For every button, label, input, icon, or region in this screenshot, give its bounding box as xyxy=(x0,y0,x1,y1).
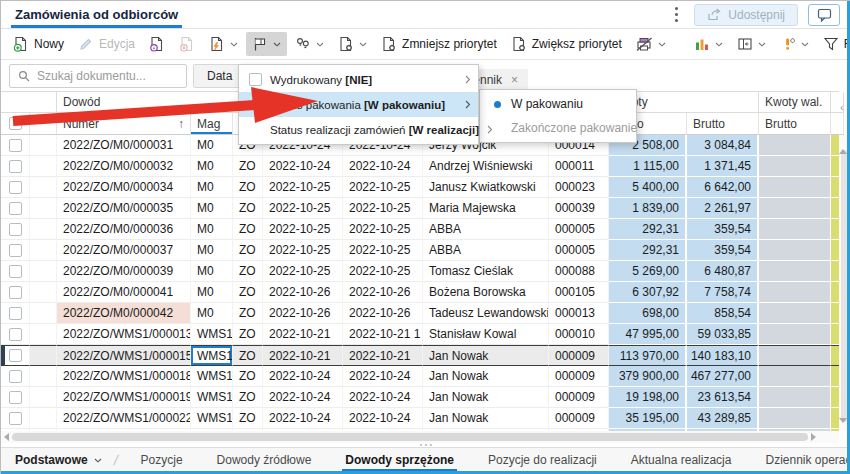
chip-close-icon[interactable]: × xyxy=(511,73,518,87)
cell-date2[interactable]: 2022-10-25 xyxy=(343,261,423,282)
cell-brutto-wal[interactable] xyxy=(759,345,831,366)
cell-numer[interactable]: 2022/ZO/M0/000031 xyxy=(57,135,191,156)
tab-podstawowe[interactable]: Podstawowe xyxy=(15,448,108,472)
table-row[interactable]: 2022/ZO/M0/000037 M0 ZO 2022-10-25 2022-… xyxy=(1,240,839,261)
row-expand-cell[interactable] xyxy=(30,282,57,303)
cell-zo[interactable]: ZO xyxy=(233,261,263,282)
cell-mag[interactable]: M0 xyxy=(191,240,233,261)
cell-numer[interactable]: 2022/ZO/M0/000037 xyxy=(57,240,191,261)
row-checkbox-cell[interactable] xyxy=(1,366,30,387)
search-input[interactable]: Szukaj dokumentu... xyxy=(9,64,187,88)
column-header-brutto[interactable]: Brutto xyxy=(687,113,759,135)
cell-brutto-wal[interactable] xyxy=(759,240,831,261)
row-expand-cell[interactable] xyxy=(30,156,57,177)
share-button[interactable]: Udostępnij xyxy=(694,4,798,26)
row-checkbox[interactable] xyxy=(9,307,22,320)
cell-brutto[interactable]: 3 084,84 xyxy=(687,135,759,156)
row-checkbox[interactable] xyxy=(9,244,22,257)
cell-date1[interactable]: 2022-10-24 xyxy=(263,408,343,429)
row-checkbox[interactable] xyxy=(9,265,22,278)
tab-pozycje-do-realizacji[interactable]: Pozycje do realizacji xyxy=(471,448,614,472)
cell-date1[interactable]: 2022-10-25 xyxy=(263,219,343,240)
column-header-brutto-wal[interactable]: Brutto xyxy=(759,113,831,135)
tab-pozycje[interactable]: Pozycje xyxy=(124,448,200,472)
cell-netto[interactable]: 35 195,00 xyxy=(609,408,687,429)
cell-contractor-code[interactable]: 000011 xyxy=(549,156,609,177)
cell-brutto-wal[interactable] xyxy=(759,156,831,177)
decrease-priority-button[interactable]: Zmniejsz priorytet xyxy=(375,32,503,56)
cell-brutto-wal[interactable] xyxy=(759,177,831,198)
menu-item-wydrukowany[interactable]: Wydrukowany [NIE] xyxy=(239,67,478,92)
cell-netto[interactable]: 5 400,00 xyxy=(609,177,687,198)
cell-brutto[interactable]: 43 289,85 xyxy=(687,408,759,429)
cell-contractor-name[interactable]: Jan Nowak xyxy=(423,366,549,387)
row-checkbox[interactable] xyxy=(9,223,22,236)
cell-zo[interactable]: ZO xyxy=(233,366,263,387)
cell-netto[interactable]: 5 269,00 xyxy=(609,261,687,282)
cell-brutto-wal[interactable] xyxy=(759,282,831,303)
document-gear-button[interactable] xyxy=(332,32,373,56)
cell-brutto[interactable]: 2 261,97 xyxy=(687,198,759,219)
cell-brutto[interactable]: 359,54 xyxy=(687,240,759,261)
row-checkbox-cell[interactable] xyxy=(1,261,30,282)
cell-numer[interactable]: 2022/ZO/M0/000035 xyxy=(57,198,191,219)
cell-mag[interactable]: M0 xyxy=(191,156,233,177)
scroll-left-icon[interactable] xyxy=(4,433,9,441)
increase-priority-button[interactable]: Zwiększ priorytet xyxy=(505,32,628,56)
row-checkbox[interactable] xyxy=(9,391,22,404)
cell-netto[interactable]: 1 839,00 xyxy=(609,198,687,219)
cell-numer[interactable]: 2022/ZO/WMS1/000015 xyxy=(57,345,191,366)
flag-filter-button[interactable] xyxy=(246,32,287,56)
scroll-right-icon[interactable] xyxy=(811,433,816,441)
filter-button[interactable]: Filtruj xyxy=(817,32,850,56)
table-row[interactable]: 2022/ZO/M0/000039 M0 ZO 2022-10-25 2022-… xyxy=(1,261,839,282)
cell-mag[interactable]: WMS1 xyxy=(191,345,233,366)
cell-zo[interactable]: ZO xyxy=(233,219,263,240)
row-expand-cell[interactable] xyxy=(30,345,57,366)
cell-zo[interactable]: ZO xyxy=(233,240,263,261)
cell-date2[interactable]: 2022-10-26 xyxy=(343,282,423,303)
row-checkbox-cell[interactable] xyxy=(1,387,30,408)
row-expand-cell[interactable] xyxy=(30,261,57,282)
cell-netto[interactable]: 292,31 xyxy=(609,240,687,261)
row-expand-cell[interactable] xyxy=(30,408,57,429)
cell-brutto[interactable]: 6 480,87 xyxy=(687,261,759,282)
row-expand-cell[interactable] xyxy=(30,366,57,387)
row-checkbox-cell[interactable] xyxy=(1,345,30,366)
cell-brutto-wal[interactable] xyxy=(759,366,831,387)
cell-numer[interactable]: 2022/ZO/WMS1/000022 xyxy=(57,408,191,429)
row-checkbox[interactable] xyxy=(9,181,22,194)
cell-date2[interactable]: 2022-10-25 xyxy=(343,198,423,219)
panel-layout-button[interactable] xyxy=(731,32,772,56)
cell-zo[interactable]: ZO xyxy=(233,324,263,345)
row-expand-cell[interactable] xyxy=(30,177,57,198)
cell-zo[interactable]: ZO xyxy=(233,345,263,366)
row-checkbox-cell[interactable] xyxy=(1,240,30,261)
new-button[interactable]: Nowy xyxy=(7,32,70,56)
cell-netto[interactable]: 292,31 xyxy=(609,219,687,240)
cell-date2[interactable]: 2022-10-25 xyxy=(343,177,423,198)
print-button[interactable] xyxy=(630,32,672,56)
cell-netto[interactable]: 113 970,00 xyxy=(609,345,687,366)
table-row[interactable]: 2022/ZO/WMS1/000022 WMS1 ZO 2022-10-24 2… xyxy=(1,408,839,429)
cell-brutto[interactable]: 59 033,85 xyxy=(687,324,759,345)
row-checkbox[interactable] xyxy=(9,286,22,299)
cell-brutto[interactable]: 858,54 xyxy=(687,303,759,324)
row-checkbox[interactable] xyxy=(9,202,22,215)
cell-date1[interactable]: 2022-10-25 xyxy=(263,240,343,261)
tab-aktualna-realizacja[interactable]: Aktualna realizacja xyxy=(614,448,749,472)
cell-date1[interactable]: 2022-10-25 xyxy=(263,198,343,219)
cell-mag[interactable]: WMS1 xyxy=(191,366,233,387)
cell-brutto[interactable]: 467 277,00 xyxy=(687,366,759,387)
menu-checkbox[interactable] xyxy=(249,73,262,86)
collapse-panel-icon[interactable]: ‹ xyxy=(840,101,844,113)
cell-mag[interactable]: M0 xyxy=(191,261,233,282)
cell-zo[interactable]: ZO xyxy=(233,282,263,303)
column-header-numer[interactable]: Numer ↑ xyxy=(57,113,191,135)
row-checkbox-cell[interactable] xyxy=(1,177,30,198)
row-checkbox-cell[interactable] xyxy=(1,156,30,177)
cell-mag[interactable]: WMS1 xyxy=(191,387,233,408)
cell-mag[interactable]: WMS1 xyxy=(191,324,233,345)
cell-contractor-code[interactable]: 000005 xyxy=(549,240,609,261)
submenu-item-zakonczone-pakowanie[interactable]: Zakończone pakowanie xyxy=(480,116,636,140)
